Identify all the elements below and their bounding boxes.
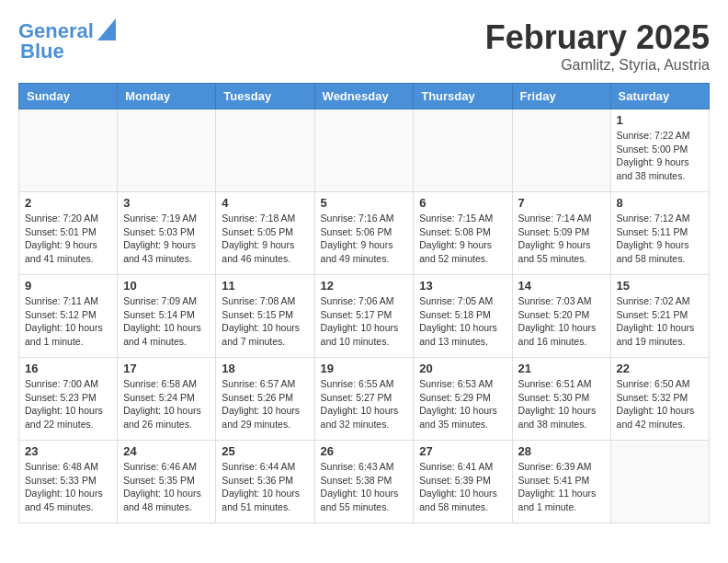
day-number: 5 <box>321 196 408 210</box>
day-number: 11 <box>222 279 308 293</box>
day-cell: 12Sunrise: 7:06 AM Sunset: 5:17 PM Dayli… <box>314 275 414 358</box>
logo: General Blue <box>18 18 116 63</box>
day-info: Sunrise: 7:11 AM Sunset: 5:12 PM Dayligh… <box>25 294 111 349</box>
weekday-header-tuesday: Tuesday <box>216 84 314 109</box>
day-info: Sunrise: 7:02 AM Sunset: 5:21 PM Dayligh… <box>617 294 703 349</box>
day-number: 27 <box>419 444 506 458</box>
day-info: Sunrise: 7:03 AM Sunset: 5:20 PM Dayligh… <box>518 294 605 349</box>
day-number: 2 <box>25 196 111 210</box>
day-info: Sunrise: 6:53 AM Sunset: 5:29 PM Dayligh… <box>419 377 506 431</box>
day-number: 4 <box>222 196 308 210</box>
day-number: 25 <box>222 444 308 458</box>
day-cell: 2Sunrise: 7:20 AM Sunset: 5:01 PM Daylig… <box>19 192 118 275</box>
day-info: Sunrise: 6:48 AM Sunset: 5:33 PM Dayligh… <box>25 460 111 514</box>
weekday-header-wednesday: Wednesday <box>314 84 414 109</box>
day-number: 7 <box>518 196 605 210</box>
day-number: 28 <box>518 444 605 458</box>
day-info: Sunrise: 6:55 AM Sunset: 5:27 PM Dayligh… <box>321 377 408 431</box>
day-cell: 5Sunrise: 7:16 AM Sunset: 5:06 PM Daylig… <box>314 192 414 275</box>
day-number: 16 <box>25 362 111 375</box>
day-info: Sunrise: 6:58 AM Sunset: 5:24 PM Dayligh… <box>123 377 210 431</box>
day-number: 21 <box>518 362 605 375</box>
day-info: Sunrise: 7:20 AM Sunset: 5:01 PM Dayligh… <box>25 212 111 266</box>
day-info: Sunrise: 7:19 AM Sunset: 5:03 PM Dayligh… <box>123 212 210 266</box>
day-number: 10 <box>123 279 210 293</box>
day-info: Sunrise: 7:22 AM Sunset: 5:00 PM Dayligh… <box>617 129 703 183</box>
day-number: 20 <box>419 362 506 375</box>
day-info: Sunrise: 6:51 AM Sunset: 5:30 PM Dayligh… <box>518 377 605 431</box>
day-cell <box>414 109 512 192</box>
day-cell: 19Sunrise: 6:55 AM Sunset: 5:27 PM Dayli… <box>314 358 414 441</box>
day-cell <box>216 109 314 192</box>
day-cell: 26Sunrise: 6:43 AM Sunset: 5:38 PM Dayli… <box>314 441 414 523</box>
day-info: Sunrise: 6:43 AM Sunset: 5:38 PM Dayligh… <box>321 460 408 514</box>
week-row-5: 23Sunrise: 6:48 AM Sunset: 5:33 PM Dayli… <box>19 441 710 523</box>
day-cell <box>118 109 216 192</box>
day-number: 6 <box>419 196 506 210</box>
day-info: Sunrise: 7:05 AM Sunset: 5:18 PM Dayligh… <box>419 294 506 349</box>
day-number: 8 <box>617 196 703 210</box>
page-header: General Blue February 2025 Gamlitz, Styr… <box>18 18 710 74</box>
day-number: 9 <box>25 279 111 293</box>
day-info: Sunrise: 7:08 AM Sunset: 5:15 PM Dayligh… <box>222 294 308 349</box>
day-cell: 11Sunrise: 7:08 AM Sunset: 5:15 PM Dayli… <box>216 275 314 358</box>
day-cell: 1Sunrise: 7:22 AM Sunset: 5:00 PM Daylig… <box>610 109 709 192</box>
day-cell <box>610 441 709 523</box>
weekday-header-saturday: Saturday <box>610 84 709 109</box>
day-info: Sunrise: 7:09 AM Sunset: 5:14 PM Dayligh… <box>123 294 210 349</box>
day-cell: 17Sunrise: 6:58 AM Sunset: 5:24 PM Dayli… <box>118 358 216 441</box>
location-title: Gamlitz, Styria, Austria <box>485 57 710 74</box>
day-info: Sunrise: 7:12 AM Sunset: 5:11 PM Dayligh… <box>617 212 703 266</box>
day-cell: 4Sunrise: 7:18 AM Sunset: 5:05 PM Daylig… <box>216 192 314 275</box>
day-number: 15 <box>617 279 703 293</box>
week-row-3: 9Sunrise: 7:11 AM Sunset: 5:12 PM Daylig… <box>19 275 710 358</box>
week-row-4: 16Sunrise: 7:00 AM Sunset: 5:23 PM Dayli… <box>19 358 710 441</box>
day-cell <box>512 109 610 192</box>
day-cell: 18Sunrise: 6:57 AM Sunset: 5:26 PM Dayli… <box>216 358 314 441</box>
day-info: Sunrise: 6:44 AM Sunset: 5:36 PM Dayligh… <box>222 460 308 514</box>
day-number: 18 <box>222 362 308 375</box>
day-number: 19 <box>321 362 408 375</box>
day-info: Sunrise: 7:15 AM Sunset: 5:08 PM Dayligh… <box>419 212 506 266</box>
day-cell: 22Sunrise: 6:50 AM Sunset: 5:32 PM Dayli… <box>610 358 709 441</box>
day-cell: 7Sunrise: 7:14 AM Sunset: 5:09 PM Daylig… <box>512 192 610 275</box>
day-cell: 16Sunrise: 7:00 AM Sunset: 5:23 PM Dayli… <box>19 358 118 441</box>
day-cell: 14Sunrise: 7:03 AM Sunset: 5:20 PM Dayli… <box>512 275 610 358</box>
day-cell: 20Sunrise: 6:53 AM Sunset: 5:29 PM Dayli… <box>414 358 512 441</box>
day-cell: 3Sunrise: 7:19 AM Sunset: 5:03 PM Daylig… <box>118 192 216 275</box>
day-cell: 9Sunrise: 7:11 AM Sunset: 5:12 PM Daylig… <box>19 275 118 358</box>
logo-text2: Blue <box>20 40 64 63</box>
day-info: Sunrise: 6:57 AM Sunset: 5:26 PM Dayligh… <box>222 377 308 431</box>
day-number: 26 <box>321 444 408 458</box>
weekday-header-row: SundayMondayTuesdayWednesdayThursdayFrid… <box>19 84 710 109</box>
weekday-header-monday: Monday <box>118 84 216 109</box>
day-number: 17 <box>123 362 210 375</box>
svg-marker-0 <box>97 18 116 40</box>
day-cell: 28Sunrise: 6:39 AM Sunset: 5:41 PM Dayli… <box>512 441 610 523</box>
day-cell: 8Sunrise: 7:12 AM Sunset: 5:11 PM Daylig… <box>610 192 709 275</box>
day-info: Sunrise: 7:18 AM Sunset: 5:05 PM Dayligh… <box>222 212 308 266</box>
month-title: February 2025 <box>485 18 710 57</box>
day-info: Sunrise: 6:50 AM Sunset: 5:32 PM Dayligh… <box>617 377 703 431</box>
calendar-table: SundayMondayTuesdayWednesdayThursdayFrid… <box>18 83 710 523</box>
day-cell: 15Sunrise: 7:02 AM Sunset: 5:21 PM Dayli… <box>610 275 709 358</box>
day-info: Sunrise: 6:41 AM Sunset: 5:39 PM Dayligh… <box>419 460 506 514</box>
day-info: Sunrise: 6:46 AM Sunset: 5:35 PM Dayligh… <box>123 460 210 514</box>
day-info: Sunrise: 6:39 AM Sunset: 5:41 PM Dayligh… <box>518 460 605 514</box>
day-number: 22 <box>617 362 703 375</box>
week-row-2: 2Sunrise: 7:20 AM Sunset: 5:01 PM Daylig… <box>19 192 710 275</box>
day-cell: 27Sunrise: 6:41 AM Sunset: 5:39 PM Dayli… <box>414 441 512 523</box>
day-cell <box>19 109 118 192</box>
day-number: 1 <box>617 113 703 127</box>
day-info: Sunrise: 7:00 AM Sunset: 5:23 PM Dayligh… <box>25 377 111 431</box>
day-number: 14 <box>518 279 605 293</box>
day-cell: 23Sunrise: 6:48 AM Sunset: 5:33 PM Dayli… <box>19 441 118 523</box>
day-cell <box>314 109 414 192</box>
day-cell: 6Sunrise: 7:15 AM Sunset: 5:08 PM Daylig… <box>414 192 512 275</box>
day-number: 12 <box>321 279 408 293</box>
day-cell: 13Sunrise: 7:05 AM Sunset: 5:18 PM Dayli… <box>414 275 512 358</box>
logo-icon <box>97 18 116 40</box>
day-cell: 24Sunrise: 6:46 AM Sunset: 5:35 PM Dayli… <box>118 441 216 523</box>
day-cell: 25Sunrise: 6:44 AM Sunset: 5:36 PM Dayli… <box>216 441 314 523</box>
weekday-header-sunday: Sunday <box>19 84 118 109</box>
